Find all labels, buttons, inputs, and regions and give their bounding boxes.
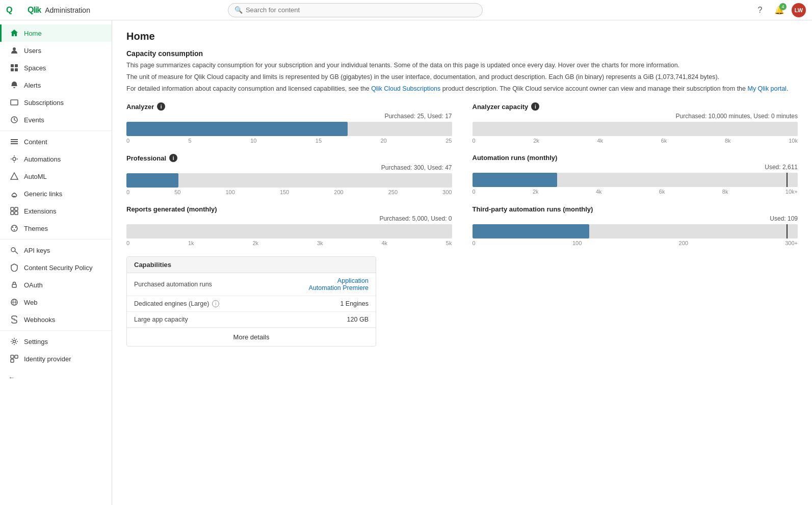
search-input[interactable] xyxy=(246,6,476,14)
sidebar-label-spaces: Spaces xyxy=(24,64,46,72)
sidebar-item-users[interactable]: Users xyxy=(0,42,112,59)
section-title: Capacity consumption xyxy=(126,49,798,58)
analyzer-info-icon[interactable]: i xyxy=(157,102,165,111)
sidebar-item-themes[interactable]: Themes xyxy=(0,220,112,237)
sidebar-item-oauth[interactable]: OAuth xyxy=(0,276,112,294)
main-content: Home Capacity consumption This page summ… xyxy=(112,20,812,505)
automation-runs-marker xyxy=(787,173,788,187)
content-icon xyxy=(10,137,19,146)
svg-rect-13 xyxy=(11,207,14,210)
events-icon xyxy=(10,115,19,124)
reports-axis: 0 1k 2k 3k 4k 5k xyxy=(126,240,452,246)
sidebar-item-settings[interactable]: Settings xyxy=(0,333,112,350)
analyzer-purchased-label: Purchased: 25, Used: 17 xyxy=(126,113,452,120)
sidebar-item-home[interactable]: Home xyxy=(0,24,112,42)
analyzer-capacity-purchased-label: Purchased: 10,000 minutes, Used: 0 minut… xyxy=(473,113,798,120)
capabilities-table: Capabilities Purchased automation runs A… xyxy=(126,256,376,347)
svg-rect-29 xyxy=(15,355,18,358)
themes-icon xyxy=(10,224,19,233)
analyzer-bar xyxy=(126,122,452,136)
sidebar-item-identity-provider[interactable]: Identity provider xyxy=(0,350,112,367)
sidebar-item-alerts[interactable]: Alerts xyxy=(0,76,112,94)
home-icon xyxy=(10,29,19,38)
api-keys-icon xyxy=(10,246,19,255)
sidebar-label-content: Content xyxy=(24,138,47,146)
help-button[interactable]: ? xyxy=(753,3,767,17)
sidebar-item-generic-links[interactable]: Generic links xyxy=(0,185,112,202)
third-party-bar xyxy=(473,224,798,238)
svg-text:Q: Q xyxy=(6,5,13,14)
svg-point-27 xyxy=(13,340,16,343)
sidebar-label-oauth: OAuth xyxy=(24,281,43,289)
svg-rect-10 xyxy=(11,143,18,144)
sidebar-item-webhooks[interactable]: Webhooks xyxy=(0,311,112,328)
svg-rect-8 xyxy=(11,139,18,140)
sidebar-collapse-button[interactable]: ← xyxy=(0,369,112,385)
chart-analyzer: Analyzer i Purchased: 25, Used: 17 0 5 1… xyxy=(126,102,452,144)
sidebar-label-automl: AutoML xyxy=(24,173,47,180)
application-link[interactable]: Application xyxy=(337,277,369,284)
sidebar-label-automations: Automations xyxy=(24,155,61,163)
sidebar-item-extensions[interactable]: Extensions xyxy=(0,202,112,220)
svg-point-18 xyxy=(12,227,13,228)
reports-purchased-label: Purchased: 5,000, Used: 0 xyxy=(126,215,452,222)
chart-professional-header: Professional i xyxy=(126,154,452,162)
web-icon xyxy=(10,298,19,307)
avatar[interactable]: LW xyxy=(792,3,806,17)
cap-value-automation-runs: Application Automation Premiere xyxy=(309,277,369,291)
notifications-button[interactable]: 🔔 4 xyxy=(772,3,787,17)
svg-rect-30 xyxy=(11,359,14,362)
chart-automation-runs-header: Automation runs (monthly) xyxy=(473,154,798,162)
professional-axis: 0 50 100 150 200 250 300 xyxy=(126,189,452,195)
svg-rect-2 xyxy=(11,64,14,67)
professional-info-icon[interactable]: i xyxy=(169,154,177,162)
sidebar-item-subscriptions[interactable]: Subscriptions xyxy=(0,94,112,111)
sidebar-label-users: Users xyxy=(24,47,41,55)
professional-bar xyxy=(126,173,452,188)
automation-premiere-link[interactable]: Automation Premiere xyxy=(309,284,369,291)
sidebar-item-spaces[interactable]: Spaces xyxy=(0,59,112,76)
sidebar-item-content[interactable]: Content xyxy=(0,133,112,150)
more-details-button[interactable]: More details xyxy=(127,328,376,346)
svg-rect-16 xyxy=(15,211,18,215)
sidebar-item-automl[interactable]: AutoML xyxy=(0,168,112,185)
qlik-logo-icon: Q xyxy=(6,5,24,16)
qlik-subscriptions-link[interactable]: Qlik Cloud Subscriptions xyxy=(371,85,440,92)
collapse-icon: ← xyxy=(8,374,15,381)
sidebar-item-web[interactable]: Web xyxy=(0,294,112,311)
notification-badge: 4 xyxy=(779,3,787,10)
analyzer-capacity-bar xyxy=(473,122,798,136)
sidebar-label-themes: Themes xyxy=(24,225,48,232)
cap-value-dedicated-engines: 1 Engines xyxy=(340,300,369,307)
svg-rect-6 xyxy=(11,100,18,105)
my-qlik-portal-link[interactable]: My Qlik portal xyxy=(747,85,786,92)
search-icon: 🔍 xyxy=(234,6,243,14)
cap-value-large-app-capacity: 120 GB xyxy=(347,316,369,323)
app-title: Administration xyxy=(45,6,90,14)
sidebar-item-automations[interactable]: Automations xyxy=(0,150,112,168)
svg-rect-23 xyxy=(12,284,16,287)
cap-name-dedicated-engines: Dedicated engines (Large) i xyxy=(134,300,340,307)
sidebar-item-content-security-policy[interactable]: Content Security Policy xyxy=(0,259,112,276)
sidebar-label-api-keys: API keys xyxy=(24,247,50,254)
automations-icon xyxy=(10,154,19,164)
svg-point-11 xyxy=(13,157,16,161)
svg-rect-9 xyxy=(11,141,18,142)
chart-professional-label: Professional xyxy=(126,154,166,162)
professional-bar-fill xyxy=(126,173,178,188)
svg-rect-3 xyxy=(15,64,18,67)
analyzer-bar-fill xyxy=(126,122,348,136)
search-bar[interactable]: 🔍 xyxy=(228,3,483,17)
sidebar-item-api-keys[interactable]: API keys xyxy=(0,242,112,259)
sidebar-item-events[interactable]: Events xyxy=(0,111,112,128)
dedicated-engines-info-icon[interactable]: i xyxy=(212,300,219,307)
sidebar-divider-3 xyxy=(0,330,112,331)
charts-grid: Analyzer i Purchased: 25, Used: 17 0 5 1… xyxy=(126,102,798,246)
alerts-icon xyxy=(10,81,19,90)
third-party-used-label: Used: 109 xyxy=(473,215,798,222)
automation-runs-bar xyxy=(473,173,798,187)
analyzer-capacity-info-icon[interactable]: i xyxy=(531,102,539,111)
sidebar-label-generic-links: Generic links xyxy=(24,190,62,198)
svg-line-22 xyxy=(15,251,18,254)
topbar-actions: ? 🔔 4 LW xyxy=(753,3,806,17)
